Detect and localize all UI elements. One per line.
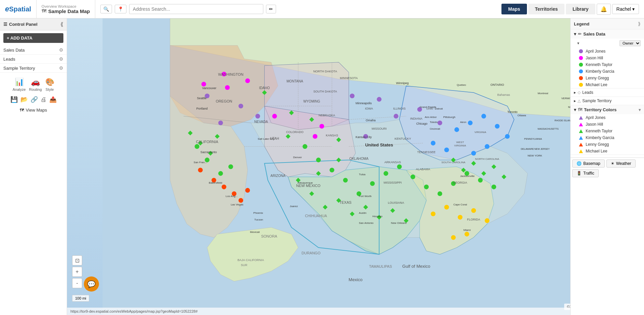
layer-sales-data: Sales Data ⚙ <box>0 46 67 55</box>
svg-text:Fort Worth: Fort Worth <box>359 195 372 198</box>
svg-point-10 <box>255 114 260 119</box>
tab-maps[interactable]: Maps <box>501 4 527 14</box>
user-menu-button[interactable]: Rachel ▾ <box>612 4 639 14</box>
map-icon: 🗺 <box>42 8 46 14</box>
expand-icon-owner: ▾ <box>577 41 579 46</box>
legend-section-header-territory-colors[interactable]: ▾ 🗺 Territory Colors ▾ <box>571 105 644 114</box>
legend-collapse-button[interactable]: ⟫ <box>638 21 641 26</box>
svg-point-30 <box>330 168 334 173</box>
legend-section-header-leads[interactable]: ▸ ◇ Leads <box>571 88 644 97</box>
map-svg[interactable]: United States WASHINGTON OREGON IDAHO MO… <box>67 18 644 315</box>
zoom-to-fit-button[interactable]: ⊡ <box>72 255 82 265</box>
map-title: 🗺 Sample Data Map <box>42 8 90 14</box>
svg-point-52 <box>198 168 203 173</box>
panel-collapse-button[interactable]: ⟪ <box>60 21 63 27</box>
svg-text:Quebec: Quebec <box>457 83 466 86</box>
weather-tab[interactable]: ☀ Weather <box>606 160 636 168</box>
svg-point-19 <box>245 78 250 83</box>
layer-name-sample-territory: Sample Territory <box>3 66 59 71</box>
zoom-in-button[interactable]: + <box>72 267 82 277</box>
legend-item-lenny-gregg-dot: Lenny Gregg <box>571 75 644 81</box>
svg-text:Ann Arbor: Ann Arbor <box>425 116 437 119</box>
overview-label: Overview Workspace <box>42 4 90 8</box>
svg-point-34 <box>383 171 388 176</box>
svg-text:Toronto: Toronto <box>507 110 518 114</box>
april-jones-triangle <box>579 116 583 120</box>
expand-icon-leads: ▸ <box>574 90 576 95</box>
svg-text:Omaha: Omaha <box>366 119 376 122</box>
legend-sub-header-owner: ▾ Owner <box>571 39 644 48</box>
legend-item-lenny-gregg-tri: Lenny Gregg <box>571 141 644 148</box>
notification-bell-button[interactable]: 🔔 <box>597 4 611 15</box>
svg-text:United States: United States <box>365 142 393 147</box>
add-location-button[interactable]: 📍 <box>115 5 126 13</box>
svg-point-14 <box>437 121 442 125</box>
legend-section-sample-territory: ▸ △ Sample Territory <box>571 97 644 105</box>
layer-sample-territory: Sample Territory ⚙ <box>0 64 67 73</box>
svg-text:DELAWARE: DELAWARE <box>521 148 534 150</box>
layer-name-leads: Leads <box>3 57 59 62</box>
svg-point-45 <box>481 114 486 119</box>
chat-button[interactable]: 💬 <box>84 276 99 292</box>
draw-button[interactable]: ✏ <box>266 5 276 13</box>
svg-text:Phoenix: Phoenix <box>253 211 263 214</box>
open-button[interactable]: 📂 <box>20 96 28 103</box>
svg-point-36 <box>411 175 415 179</box>
style-button[interactable]: 🎨 Style <box>45 78 54 91</box>
layer-leads: Leads ⚙ <box>0 55 67 64</box>
layer-gear-sample-territory[interactable]: ⚙ <box>59 65 63 71</box>
search-button[interactable]: 🔍 <box>100 5 112 13</box>
print-button[interactable]: 🖨 <box>41 96 47 103</box>
basemap-icon: 🌐 <box>577 161 582 166</box>
map-area[interactable]: United States WASHINGTON OREGON IDAHO MO… <box>67 18 644 315</box>
svg-text:PENNSYLVANIA: PENNSYLVANIA <box>524 138 542 140</box>
zoom-out-button[interactable]: - <box>72 278 82 288</box>
routing-button[interactable]: 🚗 Routing <box>29 78 42 91</box>
svg-point-64 <box>451 235 456 240</box>
share-button[interactable]: 🔗 <box>31 96 38 103</box>
svg-text:Pittsburgh: Pittsburgh <box>443 116 455 119</box>
svg-text:Denver: Denver <box>293 156 302 159</box>
add-data-button[interactable]: + ADD DATA <box>3 33 63 43</box>
layer-gear-sales-data[interactable]: ⚙ <box>59 47 63 53</box>
svg-text:Akron: Akron <box>460 121 466 123</box>
view-maps-row: 🗺 View Maps <box>20 106 47 114</box>
traffic-tab[interactable]: 🚦 Traffic <box>572 169 599 177</box>
svg-text:Los Ang...: Los Ang... <box>226 195 238 198</box>
svg-text:BAJA CALIFORNIA: BAJA CALIFORNIA <box>237 258 264 262</box>
svg-text:San Antonio: San Antonio <box>359 222 374 225</box>
svg-point-27 <box>218 171 223 176</box>
svg-point-43 <box>454 127 459 132</box>
svg-text:Grand Rapids: Grand Rapids <box>420 106 436 109</box>
legend-section-header-sales-data[interactable]: ▾ ✏ Sales Data <box>571 29 644 39</box>
legend-item-kimberly-garcia-tri: Kimberly Garcia <box>571 134 644 141</box>
svg-text:NEW YORK: NEW YORK <box>528 154 542 157</box>
layer-name-sales-data: Sales Data <box>3 48 59 53</box>
svg-text:COLORADO: COLORADO <box>286 130 304 134</box>
search-input[interactable] <box>129 4 263 14</box>
control-panel-icon: ☰ <box>3 22 7 27</box>
legend-item-april-jones-dot: April Jones <box>571 48 644 55</box>
owner-select[interactable]: Owner <box>620 40 641 46</box>
tab-library[interactable]: Library <box>566 4 595 14</box>
expand-icon-tc: ▾ <box>574 107 576 112</box>
svg-text:SUR: SUR <box>241 263 248 267</box>
legend-section-header-sample-territory[interactable]: ▸ △ Sample Territory <box>571 97 644 105</box>
view-maps-button[interactable]: 🗺 View Maps <box>20 108 47 113</box>
svg-point-61 <box>471 208 476 213</box>
save-button[interactable]: 💾 <box>10 96 18 103</box>
analyze-button[interactable]: 📊 Analyze <box>12 78 25 91</box>
basemap-tab[interactable]: 🌐 Basemap <box>572 160 605 168</box>
export-button[interactable]: 📤 <box>49 96 57 103</box>
svg-point-38 <box>437 191 442 196</box>
tab-territories[interactable]: Territories <box>528 4 565 14</box>
style-icon: 🎨 <box>45 78 54 86</box>
svg-text:FLORIDA: FLORIDA <box>467 218 480 221</box>
legend-item-jason-hill-tri: Jason Hill <box>571 121 644 128</box>
svg-text:INDIANA: INDIANA <box>410 117 423 120</box>
michael-lee-dot <box>579 83 583 87</box>
panel-header: ☰ Control Panel ⟪ <box>0 18 67 30</box>
layer-gear-leads[interactable]: ⚙ <box>59 56 63 62</box>
svg-text:MASSACHUSETTS: MASSACHUSETTS <box>538 128 559 130</box>
svg-point-12 <box>394 114 398 119</box>
